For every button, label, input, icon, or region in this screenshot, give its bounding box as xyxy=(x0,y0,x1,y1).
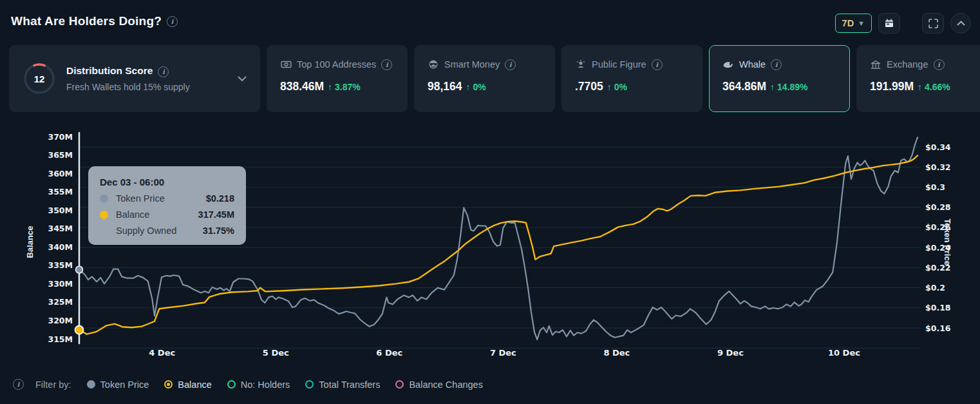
timeframe-select[interactable]: 7D ▼ xyxy=(835,14,872,33)
svg-text:365M: 365M xyxy=(48,150,73,160)
empty-dot xyxy=(100,227,108,235)
stat-card-top100[interactable]: Top 100 Addresses i 838.46M↑ 3.87% xyxy=(267,45,408,112)
stat-info-icon[interactable]: i xyxy=(652,59,663,70)
stat-change: ↑ 4.66% xyxy=(918,82,950,92)
title-info-icon[interactable]: i xyxy=(167,16,178,27)
collapse-button[interactable] xyxy=(950,13,971,34)
stat-value: .7705 xyxy=(575,80,603,93)
svg-text:355M: 355M xyxy=(48,187,73,197)
svg-text:$0.2: $0.2 xyxy=(925,283,945,293)
score-gauge: 12 xyxy=(23,62,56,95)
page-title-text: What Are Holders Doing? xyxy=(11,14,162,28)
chart-tooltip: Dec 03 - 06:00 Token Price $0.218 Balanc… xyxy=(88,166,246,245)
svg-text:350M: 350M xyxy=(48,206,73,215)
filter-option-no-holders[interactable]: No: Holders xyxy=(227,380,290,390)
svg-text:$0.28: $0.28 xyxy=(925,202,951,212)
svg-text:325M: 325M xyxy=(48,297,73,307)
distribution-subtitle: Fresh Wallets hold 15% supply xyxy=(66,82,232,92)
svg-text:$0.18: $0.18 xyxy=(925,303,951,313)
holders-chart[interactable]: 370M365M360M355M350M345M340M335M330M325M… xyxy=(0,122,980,370)
svg-text:370M: 370M xyxy=(48,132,73,142)
stat-label: Top 100 Addresses xyxy=(297,59,376,70)
radio-icon xyxy=(395,380,404,389)
svg-text:360M: 360M xyxy=(48,169,73,178)
tooltip-date: Dec 03 - 06:00 xyxy=(100,177,234,188)
stat-value: 191.99M xyxy=(870,80,914,93)
stat-value: 98,164 xyxy=(428,80,462,93)
stat-label: Whale xyxy=(739,59,766,70)
radio-icon xyxy=(87,380,95,389)
filter-option-balance[interactable]: Balance xyxy=(164,380,211,390)
holders-dashboard: What Are Holders Doing?i 7D ▼ xyxy=(0,0,980,404)
stat-change: ↑ 0% xyxy=(466,82,486,92)
radio-icon xyxy=(227,380,236,389)
svg-text:315M: 315M xyxy=(48,334,73,344)
tooltip-row-token-price: Token Price $0.218 xyxy=(100,193,234,204)
svg-text:320M: 320M xyxy=(48,316,73,325)
stat-info-icon[interactable]: i xyxy=(381,59,392,70)
chevron-up-icon xyxy=(955,17,966,29)
chevron-down-icon[interactable] xyxy=(238,73,247,84)
stat-info-icon[interactable]: i xyxy=(934,59,945,70)
stat-value: 838.46M xyxy=(280,80,324,93)
tooltip-row-balance: Balance 317.45M xyxy=(100,209,234,220)
public-figure-icon xyxy=(575,59,587,70)
whale-icon xyxy=(722,59,734,70)
stat-info-icon[interactable]: i xyxy=(771,59,782,70)
svg-text:9 Dec: 9 Dec xyxy=(717,348,744,358)
calendar-button[interactable] xyxy=(878,13,900,34)
stat-label: Public Figure xyxy=(592,59,646,70)
filter-option-balance-changes[interactable]: Balance Changes xyxy=(395,380,482,390)
stat-card-smart-money[interactable]: Smart Money i 98,164↑ 0% xyxy=(414,45,555,112)
svg-text:330M: 330M xyxy=(48,279,73,289)
chevron-down-icon: ▼ xyxy=(858,19,865,27)
filter-info-icon[interactable]: i xyxy=(13,379,24,390)
timeframe-value: 7D xyxy=(842,18,854,28)
svg-text:345M: 345M xyxy=(48,224,73,233)
right-axis-title: Token Price xyxy=(943,218,952,265)
header-controls: 7D ▼ xyxy=(835,13,971,34)
svg-text:$0.34: $0.34 xyxy=(925,142,951,152)
svg-text:335M: 335M xyxy=(48,260,73,270)
fullscreen-button[interactable] xyxy=(922,13,944,34)
filter-option-token-price[interactable]: Token Price xyxy=(87,380,149,390)
stat-label: Smart Money xyxy=(444,59,500,70)
score-value: 12 xyxy=(23,62,56,95)
stat-label: Exchange xyxy=(887,59,928,70)
stat-info-icon[interactable]: i xyxy=(505,59,516,70)
svg-text:5 Dec: 5 Dec xyxy=(263,348,289,358)
svg-text:$0.3: $0.3 xyxy=(925,182,945,192)
stat-change: ↑ 3.87% xyxy=(328,82,361,92)
distribution-title: Distribution Scorei xyxy=(66,65,232,77)
stat-value: 364.86M xyxy=(722,80,766,93)
banknote-icon xyxy=(280,59,292,70)
tooltip-row-supply-owned: Supply Owned 31.75% xyxy=(100,226,234,236)
token-price-dot-icon xyxy=(100,195,108,203)
svg-text:$0.32: $0.32 xyxy=(925,162,951,172)
fullscreen-icon xyxy=(927,17,939,29)
left-axis-title: Balance xyxy=(25,226,35,258)
page-title: What Are Holders Doing?i xyxy=(11,14,178,28)
stat-card-public-figure[interactable]: Public Figure i .7705↑ 0% xyxy=(561,45,702,112)
radio-icon xyxy=(305,380,314,389)
calendar-icon xyxy=(883,17,895,29)
radio-icon xyxy=(164,380,173,389)
stat-card-whale[interactable]: Whale i 364.86M↑ 14.89% xyxy=(709,45,850,112)
stat-card-exchange[interactable]: Exchange i 191.99M↑ 4.66% xyxy=(856,45,980,112)
svg-text:4 Dec: 4 Dec xyxy=(149,348,175,358)
smart-money-icon xyxy=(428,59,439,70)
filter-option-total-transfers[interactable]: Total Transfers xyxy=(305,380,380,390)
svg-text:$0.16: $0.16 xyxy=(925,323,951,333)
svg-text:340M: 340M xyxy=(48,242,73,252)
filter-bar: i Filter by: Token Price Balance No: Hol… xyxy=(13,379,483,390)
svg-text:6 Dec: 6 Dec xyxy=(376,348,402,358)
svg-text:7 Dec: 7 Dec xyxy=(490,348,516,358)
svg-text:8 Dec: 8 Dec xyxy=(603,348,630,358)
svg-text:10 Dec: 10 Dec xyxy=(828,348,860,358)
distribution-score-card[interactable]: 12 Distribution Scorei Fresh Wallets hol… xyxy=(9,45,260,112)
distribution-info-icon[interactable]: i xyxy=(158,66,169,77)
filter-caption: Filter by: xyxy=(35,380,71,390)
exchange-icon xyxy=(870,59,881,70)
balance-dot-icon xyxy=(100,211,108,219)
stat-change: ↑ 14.89% xyxy=(770,82,807,92)
